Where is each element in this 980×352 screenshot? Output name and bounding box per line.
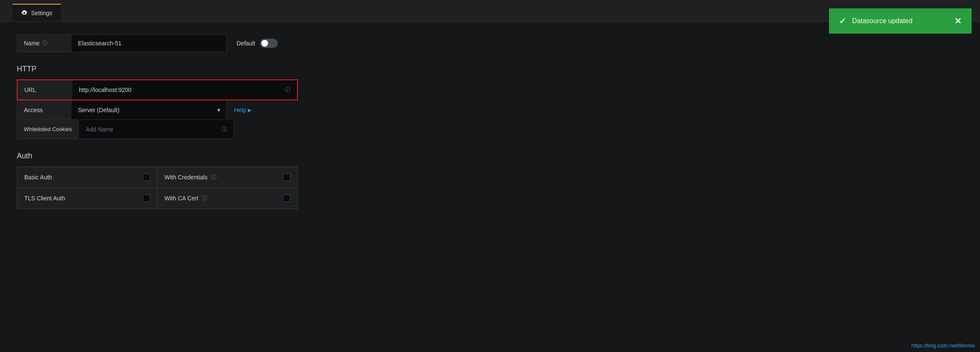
url-input-cell: ⓘ <box>72 80 297 100</box>
tab-settings[interactable]: Settings <box>13 4 61 21</box>
help-arrow-icon: ▶ <box>248 108 251 113</box>
name-label: Name <box>24 40 39 47</box>
toast-close-button[interactable]: ✕ <box>954 16 962 26</box>
basic-auth-checkbox[interactable] <box>143 173 150 181</box>
http-section-title: HTTP <box>17 65 298 74</box>
toggle-slider <box>260 39 278 48</box>
access-row: Access Server (Default) Browser ▼ Help ▶ <box>17 100 298 120</box>
main-content: Name ⓘ Default HTTP URL ⓘ Access <box>0 22 315 222</box>
help-label: Help <box>234 107 246 113</box>
name-label-cell: Name ⓘ <box>17 34 71 52</box>
with-ca-cert-cell: With CA Cert ⓘ <box>157 188 297 209</box>
default-label: Default <box>237 40 255 47</box>
with-credentials-info-icon[interactable]: ⓘ <box>211 173 216 181</box>
url-label-cell: URL <box>18 80 72 100</box>
tls-auth-checkbox[interactable] <box>143 194 150 202</box>
footer-url: https://blog.csdn.net/Mrerlou <box>912 343 975 349</box>
access-label-cell: Access <box>17 100 71 120</box>
basic-auth-cell: Basic Auth <box>17 167 157 188</box>
name-row: Name ⓘ Default <box>17 34 298 52</box>
cookies-info-icon[interactable]: ⓘ <box>222 126 227 133</box>
access-select[interactable]: Server (Default) Browser <box>71 100 226 119</box>
name-input[interactable] <box>71 34 227 52</box>
http-section: HTTP URL ⓘ Access Server (Default) Brows… <box>17 65 298 139</box>
cookies-label: Whitelisted Cookies <box>24 126 72 132</box>
with-ca-cert-info-icon[interactable]: ⓘ <box>202 194 207 202</box>
auth-section-title: Auth <box>17 152 298 160</box>
url-label: URL <box>24 87 36 93</box>
settings-icon <box>21 10 28 16</box>
url-row: URL ⓘ <box>17 79 298 100</box>
tls-auth-label: TLS Client Auth <box>24 195 138 202</box>
help-link[interactable]: Help ▶ <box>234 100 251 120</box>
url-input[interactable] <box>79 87 285 93</box>
cookies-label-cell: Whitelisted Cookies <box>17 120 79 139</box>
name-info-icon[interactable]: ⓘ <box>42 39 47 47</box>
cookies-row: Whitelisted Cookies ⓘ <box>17 120 298 139</box>
with-credentials-cell: With Credentials ⓘ <box>157 167 297 188</box>
cookies-input-cell: ⓘ <box>79 120 234 139</box>
with-credentials-label: With Credentials ⓘ <box>164 173 279 181</box>
access-label: Access <box>24 107 43 113</box>
toast-message: Datasource updated <box>852 17 940 25</box>
with-credentials-checkbox[interactable] <box>283 173 290 181</box>
basic-auth-label: Basic Auth <box>24 174 138 181</box>
auth-grid: Basic Auth With Credentials ⓘ TLS Client… <box>17 166 298 209</box>
default-toggle[interactable] <box>260 39 278 48</box>
toast-notification: ✓ Datasource updated ✕ <box>829 8 972 34</box>
tls-auth-cell: TLS Client Auth <box>17 188 157 209</box>
toast-check-icon: ✓ <box>839 16 846 26</box>
auth-section: Auth Basic Auth With Credentials ⓘ TLS C… <box>17 152 298 209</box>
footer-link[interactable]: https://blog.csdn.net/Mrerlou <box>912 343 975 349</box>
url-info-icon[interactable]: ⓘ <box>285 86 290 94</box>
with-ca-cert-checkbox[interactable] <box>283 194 290 202</box>
cookies-input[interactable] <box>86 126 222 133</box>
with-ca-cert-label: With CA Cert ⓘ <box>164 194 279 202</box>
access-select-cell: Server (Default) Browser ▼ <box>71 100 227 120</box>
tab-settings-label: Settings <box>31 10 52 16</box>
